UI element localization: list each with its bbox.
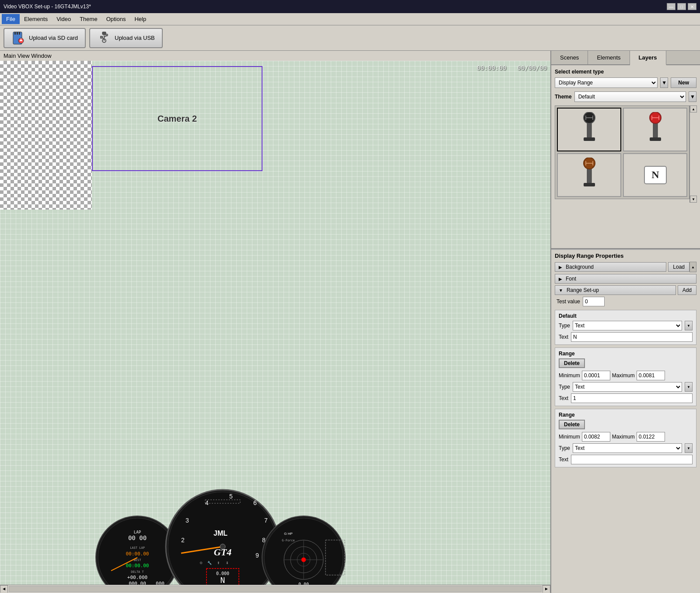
range-2-text-input[interactable] [571, 455, 693, 464]
theme-dropdown[interactable]: Default [574, 91, 686, 102]
upload-usb-button[interactable]: Upload via USB [89, 28, 163, 48]
default-title: Default [559, 313, 693, 319]
svg-text:00  00: 00 00 [128, 534, 147, 541]
gear-scroll-up[interactable]: ▲ [690, 105, 697, 112]
background-scroll[interactable]: ▲ [690, 262, 696, 272]
camera-2-box[interactable]: Camera 2 [92, 66, 262, 171]
range-2-max-input[interactable] [637, 432, 665, 442]
default-text-input[interactable] [571, 332, 693, 342]
gear-icon-3 [574, 158, 605, 193]
range-setup-label: Range Set-up [567, 287, 599, 293]
default-type-dropdown[interactable]: Text [573, 321, 682, 330]
hud-overlay: 00:00:00 00/00/00 [477, 64, 547, 71]
range-setup-row: ▼ Range Set-up Add [555, 285, 696, 295]
element-type-dropdown[interactable]: Display Range [555, 77, 658, 88]
default-box: Default Type Text ▼ Text [555, 310, 696, 345]
theme-label: Theme [555, 94, 572, 100]
range-1-type-arrow[interactable]: ▼ [685, 382, 693, 392]
gear-scroll-track [690, 112, 696, 196]
menu-theme[interactable]: Theme [75, 14, 102, 24]
range-2-type-label: Type [559, 445, 570, 451]
svg-rect-6 [20, 40, 22, 41]
range-1-max-input[interactable] [637, 371, 665, 380]
svg-text:⬆: ⬆ [217, 561, 220, 565]
range-2-max-label: Maximum [612, 434, 635, 440]
element-type-row: Display Range ▼ New [555, 77, 696, 88]
menu-elements[interactable]: Elements [20, 14, 52, 24]
tab-scenes[interactable]: Scenes [551, 51, 588, 64]
svg-rect-75 [650, 137, 661, 141]
range-2-text-row: Text [559, 455, 693, 464]
range-1-delete-button[interactable]: Delete [559, 358, 585, 368]
right-panel: Scenes Elements Layers Select element ty… [551, 51, 700, 593]
close-button[interactable]: ✕ [688, 3, 696, 10]
window-title: Video VBOX Set-up - 16GT4JMLv13* [4, 4, 91, 10]
range-2-text-label: Text [559, 456, 568, 463]
range-2-type-dropdown[interactable]: Text [573, 443, 682, 453]
tab-layers[interactable]: Layers [630, 51, 666, 65]
load-button[interactable]: Load [668, 262, 690, 272]
gear-item-2[interactable] [623, 108, 687, 151]
gear-item-1[interactable] [557, 108, 621, 151]
test-value-label: Test value [556, 298, 580, 305]
svg-rect-81 [584, 183, 595, 186]
tab-elements[interactable]: Elements [588, 51, 630, 64]
canvas-label: Main View Window [0, 51, 550, 61]
upload-usb-label: Upload via USB [115, 35, 155, 41]
svg-rect-7 [102, 32, 106, 35]
range-2-type-arrow[interactable]: ▼ [685, 443, 693, 453]
svg-text:LAP: LAP [134, 530, 141, 534]
minimize-button[interactable]: — [667, 3, 676, 10]
svg-rect-69 [584, 137, 595, 141]
scroll-left-button[interactable]: ◀ [0, 585, 8, 593]
range-setup-section-button[interactable]: ▼ Range Set-up [555, 285, 676, 295]
svg-text:🔧: 🔧 [207, 561, 212, 565]
default-text-row: Text [559, 332, 693, 342]
range-2-type-row: Type Text ▼ [559, 443, 693, 453]
new-button[interactable]: New [671, 77, 696, 88]
gear-item-3[interactable] [557, 153, 621, 197]
svg-text:N: N [651, 169, 659, 180]
svg-text:5: 5 [229, 493, 233, 500]
window-controls: — □ ✕ [667, 3, 696, 10]
font-row: ▶ Font [555, 274, 696, 284]
svg-text:3: 3 [186, 517, 189, 524]
range-2-delete-button[interactable]: Delete [559, 420, 585, 429]
canvas-content[interactable]: Camera 2 00:00:00 00/00/00 LAP 00 00 LAS… [0, 61, 550, 593]
svg-text:⚙: ⚙ [200, 561, 203, 565]
scroll-right-button[interactable]: ▶ [542, 585, 550, 593]
font-section-button[interactable]: ▶ Font [555, 274, 696, 284]
menu-file[interactable]: File [2, 14, 20, 24]
range-1-title: Range [559, 351, 693, 357]
menu-help[interactable]: Help [130, 14, 150, 24]
range-2-min-input[interactable] [582, 432, 610, 442]
range-1-text-input[interactable] [571, 393, 693, 403]
gauges-container: LAP 00 00 LAST LAP 00:00.00 BEST 00:00.0… [0, 470, 550, 593]
range-1-text-row: Text [559, 393, 693, 403]
element-type-dropdown-arrow[interactable]: ▼ [660, 77, 668, 88]
gear-scroll-down[interactable]: ▼ [690, 196, 697, 203]
svg-text:G-Force: G-Force [282, 539, 295, 542]
background-row: ▶ Background Load ▲ [555, 262, 696, 272]
svg-text:DELTA T: DELTA T [131, 570, 144, 574]
camera-2-label: Camera 2 [158, 114, 197, 124]
scrollbar-track[interactable] [9, 586, 542, 592]
test-value-input[interactable] [583, 297, 605, 306]
background-section-button[interactable]: ▶ Background [555, 262, 666, 272]
menu-video[interactable]: Video [52, 14, 75, 24]
range-1-type-dropdown[interactable]: Text [573, 382, 682, 392]
default-text-label: Text [559, 334, 568, 340]
range-box-2: Range Delete Minimum Maximum Type Text [555, 409, 696, 467]
upload-sd-button[interactable]: Upload via SD card [4, 28, 86, 48]
menu-options[interactable]: Options [102, 14, 130, 24]
maximize-button[interactable]: □ [677, 3, 686, 10]
svg-text:7: 7 [264, 517, 268, 524]
theme-dropdown-arrow[interactable]: ▼ [689, 91, 696, 102]
gear-item-4[interactable]: N [623, 153, 687, 197]
range-box-1: Range Delete Minimum Maximum Type Text [555, 347, 696, 406]
add-button[interactable]: Add [678, 285, 696, 295]
range-1-min-input[interactable] [582, 371, 610, 380]
upload-sd-label: Upload via SD card [29, 35, 78, 41]
default-type-arrow[interactable]: ▼ [685, 321, 693, 330]
gear-icon-1 [574, 112, 605, 147]
